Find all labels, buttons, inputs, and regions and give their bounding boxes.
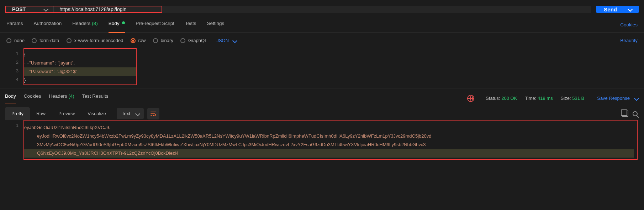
response-body-outer: 1 eyJhbGciOiJIUzI1NiIsInR5cCI6IkpXVCJ9. … xyxy=(0,120,644,160)
tab-authorization[interactable]: Authorization xyxy=(34,21,62,29)
chevron-down-icon xyxy=(634,97,638,99)
status-code: Status: 200 OK xyxy=(486,96,517,101)
response-token-line4: Q6NzEyOCJ9.0Mo_Ys8IJRCH3GnXTPTr-9L2zQZzn… xyxy=(24,149,634,158)
code-punc: , xyxy=(73,60,75,66)
response-tabs: Body Cookies Headers (4) Test Results St… xyxy=(5,93,638,103)
tab-tests[interactable]: Tests xyxy=(185,21,196,29)
radio-binary[interactable]: binary xyxy=(153,38,173,43)
line-number: 1 xyxy=(6,50,19,58)
radio-graphql[interactable]: GraphQL xyxy=(180,38,207,43)
send-button[interactable]: Send xyxy=(596,6,639,13)
network-globe-icon[interactable] xyxy=(467,95,474,102)
radio-formdata[interactable]: form-data xyxy=(32,38,59,43)
line-number: 3 xyxy=(6,67,19,75)
radio-none[interactable]: none xyxy=(6,38,25,43)
method-url-group: POST xyxy=(5,6,162,13)
line-number: 2 xyxy=(6,58,19,67)
response-token-part: eyJhbGciOiJIUzI1NiIsInR5cCI6IkpXVCJ9. xyxy=(24,125,110,130)
send-button-label: Send xyxy=(604,6,617,12)
code-value: "jayant" xyxy=(58,60,74,66)
resp-tab-headers-count: (4) xyxy=(68,93,74,99)
view-tab-visualize[interactable]: Visualize xyxy=(81,107,112,120)
tab-body[interactable]: Body xyxy=(109,21,125,29)
beautify-link[interactable]: Beautify xyxy=(620,38,638,43)
radio-icon xyxy=(131,38,136,43)
response-view-tabs: Pretty Raw Preview Visualize Text xyxy=(5,103,638,120)
chevron-down-icon xyxy=(43,8,47,10)
radio-graphql-label: GraphQL xyxy=(188,38,207,43)
response-time: Time: 419 ms xyxy=(525,96,553,101)
wrap-lines-button[interactable] xyxy=(147,108,159,119)
request-body-editor[interactable]: { ····"Username" : "jayant", ····"Passwo… xyxy=(23,48,638,84)
radio-none-label: none xyxy=(14,38,25,43)
response-token-line3: 3MvMjAwOC8wNi9pZGVudGl0eS9jbGFpbXMvcm9sZ… xyxy=(24,140,634,149)
time-label: Time: xyxy=(525,96,536,101)
view-tab-pretty[interactable]: Pretty xyxy=(5,107,30,120)
line-number: 4 xyxy=(6,75,19,84)
radio-formdata-label: form-data xyxy=(39,38,59,43)
chevron-down-icon xyxy=(135,113,139,115)
tab-headers-count: (8) xyxy=(92,21,98,26)
request-body-editor-outer: 1 2 3 4 { ····"Username" : "jayant", ···… xyxy=(0,48,644,88)
size-label: Size: xyxy=(561,96,571,101)
radio-binary-label: binary xyxy=(161,38,173,43)
view-tab-preview[interactable]: Preview xyxy=(52,107,81,120)
chevron-down-icon xyxy=(232,40,236,42)
code-brace: { xyxy=(24,52,26,57)
tab-headers-label: Headers xyxy=(72,21,90,26)
code-key: "Password" xyxy=(29,69,53,74)
tab-headers[interactable]: Headers (8) xyxy=(72,21,97,29)
radio-raw-label: raw xyxy=(138,38,146,43)
radio-urlencoded[interactable]: x-www-form-urlencoded xyxy=(67,38,123,43)
resp-tab-headers[interactable]: Headers (4) xyxy=(49,93,74,103)
save-response-button[interactable]: Save Response xyxy=(597,96,638,101)
search-icon[interactable] xyxy=(633,111,638,116)
editor-gutter: 1 2 3 4 xyxy=(6,48,23,84)
status-label: Status: xyxy=(486,96,500,101)
code-brace: } xyxy=(24,77,26,83)
status-value: 200 OK xyxy=(501,96,517,101)
resp-tab-testresults[interactable]: Test Results xyxy=(82,93,109,103)
body-type-row: none form-data x-www-form-urlencoded raw… xyxy=(0,33,644,48)
code-punc: : xyxy=(53,69,57,74)
radio-urlencoded-label: x-www-form-urlencoded xyxy=(74,38,123,43)
save-response-label: Save Response xyxy=(597,96,630,101)
tab-settings[interactable]: Settings xyxy=(207,21,224,29)
response-section: Body Cookies Headers (4) Test Results St… xyxy=(0,88,644,120)
radio-icon xyxy=(153,38,158,43)
body-modified-dot-icon xyxy=(122,21,125,24)
radio-raw[interactable]: raw xyxy=(131,38,146,43)
view-tab-raw[interactable]: Raw xyxy=(30,107,52,120)
body-format-dropdown[interactable]: JSON xyxy=(216,38,236,43)
response-token-line2: eyJodHRwOi8vc2NoZW1hcy54bWxzb2FwLm9yZy93… xyxy=(24,132,634,140)
copy-icon[interactable] xyxy=(622,111,628,117)
code-key: "Username" xyxy=(29,60,54,66)
body-format-label: JSON xyxy=(216,38,229,43)
resp-tab-body[interactable]: Body xyxy=(5,93,16,103)
response-format-label: Text xyxy=(122,111,130,116)
tab-prerequest[interactable]: Pre-request Script xyxy=(136,21,174,29)
size-value: 531 B xyxy=(572,96,584,101)
resp-tab-headers-label: Headers xyxy=(49,93,67,99)
request-tabs: Params Authorization Headers (8) Body Pr… xyxy=(0,14,644,33)
time-value: 419 ms xyxy=(538,96,553,101)
response-size: Size: 531 B xyxy=(561,96,585,101)
url-gap xyxy=(162,6,591,13)
radio-icon xyxy=(32,38,37,43)
code-value: "J@321$" xyxy=(57,69,78,74)
http-method-select[interactable]: POST xyxy=(6,6,54,12)
response-format-select[interactable]: Text xyxy=(117,108,144,119)
radio-icon xyxy=(180,38,185,43)
cookies-link[interactable]: Cookies xyxy=(620,22,638,27)
response-body-viewer[interactable]: eyJhbGciOiJIUzI1NiIsInR5cCI6IkpXVCJ9. ey… xyxy=(23,120,638,160)
radio-icon xyxy=(67,38,72,43)
wrap-icon xyxy=(151,111,156,116)
response-gutter: 1 xyxy=(6,120,23,160)
resp-tab-cookies[interactable]: Cookies xyxy=(24,93,41,103)
chevron-down-icon xyxy=(628,8,631,10)
code-punc: : xyxy=(54,60,58,66)
tab-body-label: Body xyxy=(109,21,120,26)
url-input[interactable] xyxy=(54,6,162,12)
http-method-label: POST xyxy=(12,6,26,12)
tab-params[interactable]: Params xyxy=(6,21,23,29)
